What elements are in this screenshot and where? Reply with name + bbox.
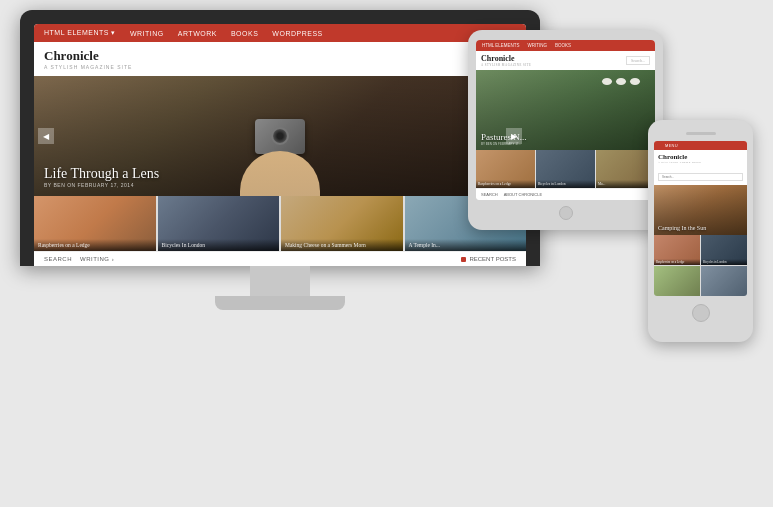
site-nav: HTML ELEMENTS WRITING ARTWORK BOOKS WORD… [34,24,526,42]
tablet-nav-html[interactable]: HTML ELEMENTS [482,43,520,48]
footer-nav-search[interactable]: SEARCH [44,256,72,262]
footer-nav-recent[interactable]: RECENT POSTS [461,256,516,262]
tablet-thumb-label-2: Bicycles in London [536,180,595,188]
phone-nav: MENU [654,141,747,150]
thumb-item-1[interactable]: Raspberries on a Ledge [34,196,156,251]
phone-thumb-2[interactable]: Bicycles in London [701,235,747,265]
phone-hero-title: Camping In the Sun [658,225,706,231]
phone-thumb-4[interactable] [701,266,747,296]
tablet-header: Chronicle A STYLISH MAGAZINE SITE Search… [476,51,655,70]
thumb-label-4: A Temple In... [405,239,527,251]
tablet-hero: Pastures N... BY BEN ON FEBRUARY 17... [476,70,655,150]
phone-thumb-1[interactable]: Raspberries on a Ledge [654,235,700,265]
phone-thumb-label-1: Raspberries on a Ledge [654,259,700,265]
phone-home-button[interactable] [692,304,710,322]
tablet-search[interactable]: Search... [626,56,650,65]
site-header: Chronicle A STYLISH MAGAZINE SITE Search… [34,42,526,76]
phone-tagline: A MAGAZINE THEME DEMO [658,161,743,164]
tablet-hero-text: Pastures N... BY BEN ON FEBRUARY 17... [476,128,532,150]
tablet-thumb-2[interactable]: Bicycles in London [536,150,595,188]
red-dot-icon [461,257,466,262]
tablet-thumb-1[interactable]: Raspberries on a Ledge [476,150,535,188]
nav-item-html-elements[interactable]: HTML ELEMENTS [44,29,116,37]
phone-header: Chronicle A MAGAZINE THEME DEMO [654,150,747,185]
monitor-screen: HTML ELEMENTS WRITING ARTWORK BOOKS WORD… [34,24,526,266]
site-tagline: A STYLISH MAGAZINE SITE [44,64,132,70]
phone-title: Chronicle [658,153,743,161]
tablet-thumb-label-3: Ma... [596,180,655,188]
sheep-group [602,78,640,85]
hands [240,151,320,196]
camera-body [255,119,305,154]
tablet-shell: HTML ELEMENTS WRITING BOOKS Chronicle A … [468,30,663,230]
hero-prev-button[interactable]: ◀ [38,128,54,144]
hero-banner: ◀ ▶ Life Through a Lens BY BEN ON FEBRUA… [34,76,526,196]
sheep-1 [602,78,612,85]
phone-menu-icon [658,144,662,148]
footer-nav-writing[interactable]: WRITING [80,256,114,262]
phone-thumb-label-2: Bicycles in London [701,259,747,265]
nav-item-wordpress[interactable]: WORDPRESS [272,30,322,37]
hero-text: Life Through a Lens BY BEN ON FEBRUARY 1… [34,158,169,196]
tablet-screen: HTML ELEMENTS WRITING BOOKS Chronicle A … [476,40,655,200]
tablet-thumb-grid: Raspberries on a Ledge Bicycles in Londo… [476,150,655,188]
nav-item-books[interactable]: BOOKS [231,30,258,37]
tablet-nav-books[interactable]: BOOKS [555,43,571,48]
tablet-title: Chronicle [481,54,531,63]
phone-thumb-3[interactable] [654,266,700,296]
sheep-2 [616,78,626,85]
tablet: HTML ELEMENTS WRITING BOOKS Chronicle A … [468,30,663,230]
tablet-footer: SEARCH ABOUT CHRONICLE [476,188,655,200]
site-branding: Chronicle A STYLISH MAGAZINE SITE [44,48,132,70]
phone: MENU Chronicle A MAGAZINE THEME DEMO Cam… [648,120,753,342]
monitor-shell: HTML ELEMENTS WRITING ARTWORK BOOKS WORD… [20,10,540,266]
monitor-stand-base [215,296,345,310]
phone-menu-label[interactable]: MENU [665,143,678,148]
hero-next-button[interactable]: ▶ [506,128,522,144]
camera-lens [271,127,289,145]
thumb-item-3[interactable]: Making Cheese on a Summers Morn [281,196,403,251]
phone-shell: MENU Chronicle A MAGAZINE THEME DEMO Cam… [648,120,753,342]
thumb-label-2: Bicycles In London [158,239,280,251]
phone-thumb-grid: Raspberries on a Ledge Bicycles in Londo… [654,235,747,296]
sheep-3 [630,78,640,85]
site-footer-nav: SEARCH WRITING RECENT POSTS [34,251,526,266]
phone-screen: MENU Chronicle A MAGAZINE THEME DEMO Cam… [654,141,747,296]
tablet-thumb-3[interactable]: Ma... [596,150,655,188]
tablet-branding: Chronicle A STYLISH MAGAZINE SITE [481,54,531,67]
phone-hero: Camping In the Sun [654,185,747,235]
tablet-home-button[interactable] [559,206,573,220]
phone-search-input[interactable] [658,173,743,181]
recent-posts-label: RECENT POSTS [469,256,516,262]
hero-byline: BY BEN ON FEBRUARY 17, 2014 [44,182,159,188]
thumb-item-2[interactable]: Bicycles In London [158,196,280,251]
nav-item-writing[interactable]: WRITING [130,30,164,37]
monitor: HTML ELEMENTS WRITING ARTWORK BOOKS WORD… [20,10,540,310]
tablet-nav: HTML ELEMENTS WRITING BOOKS [476,40,655,51]
thumb-label-1: Raspberries on a Ledge [34,239,156,251]
camera-composition [255,119,305,154]
tablet-footer-about[interactable]: ABOUT CHRONICLE [504,192,542,197]
tablet-tagline: A STYLISH MAGAZINE SITE [481,63,531,67]
phone-speaker [686,132,716,135]
thumb-label-3: Making Cheese on a Summers Morn [281,239,403,251]
site-title: Chronicle [44,48,132,64]
tablet-thumb-label-1: Raspberries on a Ledge [476,180,535,188]
nav-item-artwork[interactable]: ARTWORK [178,30,217,37]
thumbnail-grid: Raspberries on a Ledge Bicycles In Londo… [34,196,526,251]
hero-title: Life Through a Lens [44,166,159,182]
tablet-footer-search[interactable]: SEARCH [481,192,498,197]
scene: HTML ELEMENTS WRITING ARTWORK BOOKS WORD… [0,0,773,507]
monitor-stand-neck [250,266,310,296]
tablet-nav-writing[interactable]: WRITING [528,43,548,48]
